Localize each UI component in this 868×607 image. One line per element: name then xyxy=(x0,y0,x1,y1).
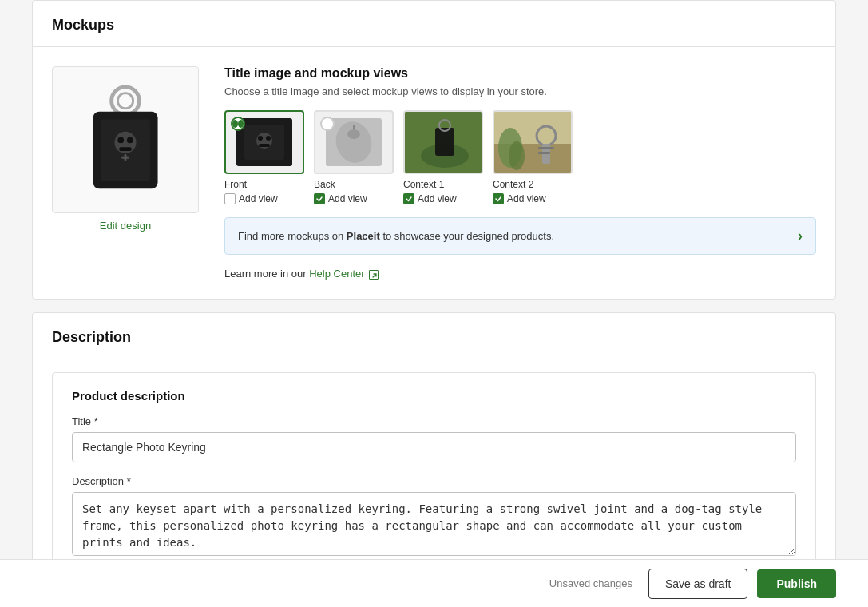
mockup-main-preview xyxy=(52,66,199,213)
mockups-section: Mockups xyxy=(32,0,836,300)
svg-point-1 xyxy=(117,93,133,109)
mockup-right-panel: Title image and mockup views Choose a ti… xyxy=(224,66,816,280)
help-center-prefix: Learn more in our xyxy=(224,268,309,280)
thumb-context1-label: Context 1 xyxy=(403,179,444,190)
svg-point-0 xyxy=(112,87,140,115)
thumb-front-checkbox[interactable] xyxy=(224,193,236,204)
thumb-context2-add-view[interactable]: Add view xyxy=(493,193,546,204)
page-wrapper: Mockups xyxy=(0,0,868,607)
product-description-card: Product description Title * Description … xyxy=(52,372,816,575)
placeit-banner[interactable]: Find more mockups on Placeit to showcase… xyxy=(224,217,816,255)
thumb-context2-wrapper[interactable] xyxy=(493,110,573,174)
svg-rect-28 xyxy=(538,147,554,149)
thumb-item-context1: Context 1 Add view xyxy=(403,110,483,204)
title-label: Title * xyxy=(72,415,796,427)
mockup-thumbnails: Front Add view xyxy=(224,110,816,204)
product-desc-title: Product description xyxy=(72,389,796,403)
svg-rect-9 xyxy=(125,154,127,161)
placeit-chevron-icon: › xyxy=(798,228,803,244)
thumb-front-wrapper[interactable] xyxy=(224,110,304,174)
thumb-front-add-view[interactable]: Add view xyxy=(224,193,278,204)
thumb-back-wrapper[interactable] xyxy=(314,110,394,174)
mockups-section-title: Mockups xyxy=(52,17,816,34)
svg-point-31 xyxy=(509,141,525,170)
svg-rect-7 xyxy=(119,147,131,151)
unsaved-changes-text: Unsaved changes xyxy=(549,577,632,589)
thumb-context2-add-view-label: Add view xyxy=(507,193,546,204)
desc-label: Description * xyxy=(72,475,796,487)
thumb-item-front: Front Add view xyxy=(224,110,304,204)
description-section: Description Product description Title * … xyxy=(32,312,836,589)
thumb-front-label: Front xyxy=(224,179,247,190)
desc-textarea[interactable] xyxy=(72,492,796,556)
svg-rect-29 xyxy=(538,152,550,154)
thumb-context1-add-view[interactable]: Add view xyxy=(403,193,457,204)
mockups-section-header: Mockups xyxy=(33,1,835,47)
svg-point-18 xyxy=(347,129,360,139)
svg-rect-22 xyxy=(435,128,454,156)
edit-design-link[interactable]: Edit design xyxy=(100,213,151,235)
thumb-context1-img xyxy=(405,112,483,174)
thumb-item-back: Back Add view xyxy=(314,110,394,204)
title-input[interactable] xyxy=(72,432,796,462)
placeit-banner-text: Find more mockups on Placeit to showcase… xyxy=(238,230,554,242)
help-center-link[interactable]: Help Center xyxy=(309,268,379,280)
thumb-context2-img xyxy=(494,112,573,174)
thumb-context2-checkbox[interactable] xyxy=(493,193,504,204)
description-section-title: Description xyxy=(52,329,816,346)
mockups-content: Edit design Title image and mockup views… xyxy=(33,47,835,299)
description-section-header: Description xyxy=(33,313,835,359)
thumb-back-add-view-label: Add view xyxy=(328,193,367,204)
svg-point-6 xyxy=(127,137,133,144)
thumb-back-radio[interactable] xyxy=(320,117,335,131)
svg-point-5 xyxy=(117,137,124,144)
placeit-brand: Placeit xyxy=(347,230,380,242)
publish-button[interactable]: Publish xyxy=(757,569,836,598)
svg-rect-15 xyxy=(259,144,270,147)
thumb-back-add-view[interactable]: Add view xyxy=(314,193,367,204)
thumb-context1-wrapper[interactable] xyxy=(403,110,483,174)
bottom-bar: Unsaved changes Save as draft Publish xyxy=(0,559,868,607)
thumb-front-add-view-label: Add view xyxy=(239,193,278,204)
placeit-suffix: to showcase your designed products. xyxy=(380,230,554,242)
thumb-context1-checkbox[interactable] xyxy=(403,193,414,204)
thumb-context2-label: Context 2 xyxy=(493,179,533,190)
mockup-views-title: Title image and mockup views xyxy=(224,66,816,81)
help-center-row: Learn more in our Help Center xyxy=(224,268,816,280)
thumb-front-radio[interactable] xyxy=(231,117,245,131)
svg-point-14 xyxy=(266,136,271,141)
mockup-views-subtitle: Choose a title image and select mockup v… xyxy=(224,85,816,97)
thumb-context1-add-view-label: Add view xyxy=(418,193,457,204)
keyring-svg xyxy=(77,84,173,196)
desc-textarea-wrapper xyxy=(72,492,796,558)
mockup-preview-column: Edit design xyxy=(52,66,199,235)
thumb-back-label: Back xyxy=(314,179,335,190)
placeit-prefix: Find more mockups on xyxy=(238,230,347,242)
svg-point-13 xyxy=(258,136,263,141)
thumb-item-context2: Context 2 Add view xyxy=(493,110,573,204)
help-center-label: Help Center xyxy=(309,268,364,280)
thumb-back-checkbox[interactable] xyxy=(314,193,325,204)
save-draft-button[interactable]: Save as draft xyxy=(648,569,748,599)
external-link-icon xyxy=(369,270,379,280)
